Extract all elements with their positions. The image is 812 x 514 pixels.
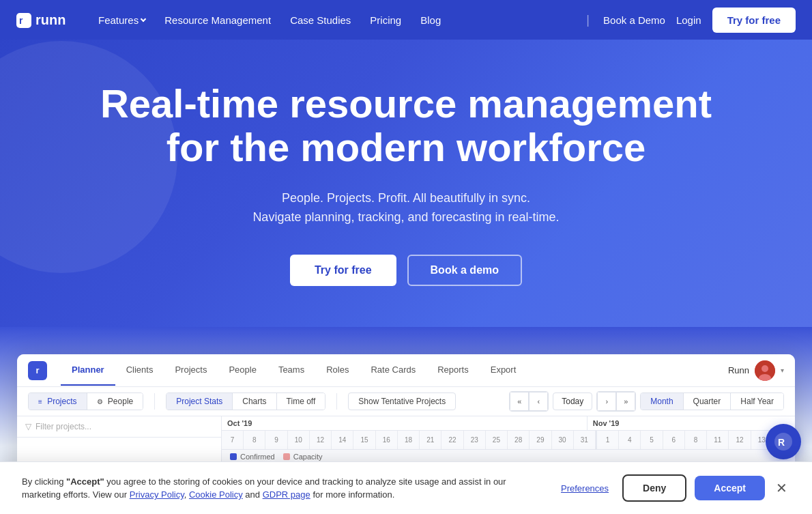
app-tab-people[interactable]: People — [218, 355, 267, 386]
app-username: Runn — [728, 365, 749, 375]
toolbar-period-selector: Month Quarter Half Year — [640, 392, 784, 410]
revain-badge[interactable]: R — [766, 424, 801, 459]
toolbar-projects-view[interactable]: ≡ Projects — [29, 393, 87, 410]
month-nov: Nov '19 — [588, 416, 795, 430]
chevron-down-icon: ▾ — [781, 367, 784, 374]
hero-buttons: Try for free Book a demo — [290, 255, 522, 286]
cookie-banner: By clicking "Accept" you agree to the st… — [0, 461, 812, 514]
app-tab-clients[interactable]: Clients — [115, 355, 164, 386]
cookie-gdpr-link[interactable]: GDPR page — [263, 489, 310, 500]
cookie-deny-button[interactable]: Deny — [622, 474, 686, 502]
toolbar-nav-controls: « ‹ Today › » Month Quarter Half Year — [509, 391, 784, 412]
toolbar-charts[interactable]: Charts — [233, 393, 276, 410]
toolbar-show-tentative[interactable]: Show Tentative Projects — [348, 392, 456, 410]
app-tab-export[interactable]: Export — [480, 355, 527, 386]
hero-try-free-button[interactable]: Try for free — [290, 255, 396, 286]
toolbar-nav-next-far[interactable]: » — [616, 392, 635, 411]
cookie-policy-link[interactable]: Cookie Policy — [189, 489, 243, 500]
logo[interactable]: r runn — [16, 10, 76, 29]
svg-text:R: R — [778, 437, 785, 448]
toolbar-time-off[interactable]: Time off — [277, 393, 325, 410]
nav-features[interactable]: Features — [98, 14, 145, 26]
confirmed-dot — [230, 453, 237, 460]
hero-section: Real-time resource management for the mo… — [0, 0, 812, 327]
toolbar-stats-tabs: Project Stats Charts Time off — [166, 392, 325, 410]
toolbar-nav-prev[interactable]: ‹ — [529, 392, 548, 411]
toolbar-period-half-year[interactable]: Half Year — [731, 393, 783, 410]
nav-try-free-button[interactable]: Try for free — [712, 8, 796, 33]
cookie-more-info: for more information. — [313, 489, 394, 500]
app-tab-roles[interactable]: Roles — [315, 355, 360, 386]
timeline-days: 7 8 9 10 12 14 15 16 18 21 22 23 25 28 2… — [222, 431, 795, 450]
navbar: r runn Features Resource Management Case… — [0, 0, 812, 40]
nav-right: | Book a Demo Login Try for free — [583, 8, 796, 33]
cookie-preferences-button[interactable]: Preferences — [555, 483, 614, 494]
nav-pricing[interactable]: Pricing — [370, 14, 401, 26]
app-tab-planner[interactable]: Planner — [61, 355, 115, 386]
app-avatar — [755, 360, 775, 381]
chevron-down-icon — [141, 16, 146, 22]
app-tab-reports[interactable]: Reports — [426, 355, 480, 386]
toolbar-nav-prev-far[interactable]: « — [510, 392, 529, 411]
app-tab-teams[interactable]: Teams — [267, 355, 315, 386]
app-tab-rate-cards[interactable]: Rate Cards — [360, 355, 426, 386]
nav-blog[interactable]: Blog — [420, 14, 441, 26]
nav-case-studies[interactable]: Case Studies — [290, 14, 351, 26]
nav-links: Features Resource Management Case Studie… — [98, 14, 583, 26]
capacity-dot — [283, 453, 290, 460]
hero-book-demo-button[interactable]: Book a demo — [407, 255, 522, 286]
cookie-actions: Preferences Deny Accept ✕ — [555, 474, 790, 502]
toolbar-period-quarter[interactable]: Quarter — [684, 393, 731, 410]
app-toolbar: ≡ Projects ⚙ People Project Stats Charts… — [17, 387, 795, 416]
cookie-and: and — [245, 489, 262, 500]
hero-subtitle: People. Projects. Profit. All beautifull… — [252, 188, 559, 228]
cookie-accept-button[interactable]: Accept — [695, 476, 765, 500]
toolbar-nav-arrows-next: › » — [596, 391, 636, 412]
toolbar-nav-next[interactable]: › — [597, 392, 616, 411]
app-logo-box: r — [28, 361, 47, 380]
cookie-text: By clicking "Accept" you agree to the st… — [22, 475, 545, 502]
timeline-months: Oct '19 Nov '19 — [222, 416, 795, 431]
toolbar-view-toggle: ≡ Projects ⚙ People — [28, 392, 143, 410]
svg-text:runn: runn — [35, 12, 66, 27]
app-user: Runn ▾ — [728, 360, 784, 381]
app-logo: r — [28, 361, 47, 380]
app-topbar: r Planner Clients Projects People Teams … — [17, 354, 795, 387]
filter-placeholder: Filter projects... — [35, 422, 91, 431]
toolbar-nav-arrows: « ‹ — [509, 391, 549, 412]
toolbar-today-button[interactable]: Today — [553, 392, 592, 410]
legend-confirmed: Confirmed — [230, 453, 275, 461]
legend-capacity: Capacity — [283, 453, 323, 461]
cookie-close-button[interactable]: ✕ — [773, 477, 790, 499]
app-tab-projects[interactable]: Projects — [164, 355, 218, 386]
nav-resource-management[interactable]: Resource Management — [164, 14, 271, 26]
toolbar-separator-1 — [154, 393, 155, 410]
svg-text:r: r — [19, 15, 23, 26]
toolbar-project-stats[interactable]: Project Stats — [166, 393, 233, 410]
toolbar-separator-2 — [336, 393, 337, 410]
hero-title: Real-time resource management for the mo… — [100, 82, 712, 169]
toolbar-people-view[interactable]: ⚙ People — [87, 393, 143, 410]
nav-login[interactable]: Login — [676, 14, 701, 26]
cookie-privacy-link[interactable]: Privacy Policy — [130, 489, 184, 500]
filter-icon: ▽ — [25, 422, 31, 431]
month-oct: Oct '19 — [222, 416, 588, 430]
app-nav-tabs: Planner Clients Projects People Teams Ro… — [61, 355, 728, 386]
nav-divider: | — [586, 13, 590, 27]
nav-book-demo[interactable]: Book a Demo — [603, 14, 665, 26]
toolbar-period-month[interactable]: Month — [641, 393, 683, 410]
filter-row: ▽ Filter projects... — [17, 416, 221, 438]
svg-point-4 — [762, 365, 768, 372]
